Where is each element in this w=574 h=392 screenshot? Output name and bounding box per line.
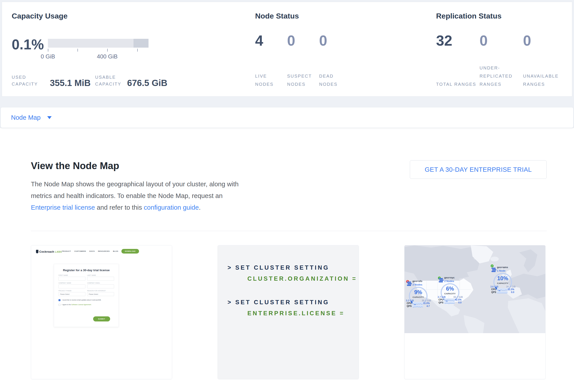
capacity-gauge-label: CAPACITY [439, 292, 461, 295]
node-status-section: Node Status 4 LIVE NODES 0 SUSPECT NODES… [255, 2, 359, 96]
usable-capacity-value: 676.5 GiB [127, 78, 167, 88]
dead-nodes-label: DEAD NODES [319, 72, 348, 88]
intro-description: The Node Map shows the geographical layo… [31, 178, 249, 213]
mini-nav-item: CUSTOMERS [74, 250, 86, 252]
qps-sparkline [444, 301, 455, 304]
step-3-caption: Step 3: Follow this guide to configure l… [405, 379, 545, 379]
mini-field-label: COMPANY NAME [59, 282, 85, 284]
mini-checkbox-checked [59, 299, 61, 301]
capacity-percent-value: 10% [492, 275, 513, 281]
cockroach-labs-logo: Cockroach LABS [36, 249, 62, 253]
dead-nodes-value: 0 [319, 33, 327, 48]
view-selector-bar: Node Map [0, 107, 574, 128]
chevron-down-icon [47, 116, 52, 119]
node-map-dropdown[interactable]: Node Map [11, 114, 52, 121]
mini-input [59, 284, 85, 288]
cluster-summary-panel: Capacity Usage 0.1% 0 GiB 400 GiB USED C… [2, 2, 572, 96]
qps-label: QPS [438, 301, 444, 304]
step-1-caption: Step 1: Get a trial license delivered st… [31, 379, 172, 379]
mini-nav-item: DOCS [89, 250, 95, 252]
cpu-label: CPU [491, 288, 497, 291]
qps-sparkline [412, 305, 423, 307]
get-enterprise-trial-button[interactable]: GET A 30-DAY ENTERPRISE TRIAL [410, 160, 547, 179]
mini-input [59, 277, 85, 281]
node-map-preview: 1 geo=sfo 2 Nodes 9% CAPACITY 3.2 GiB 35… [405, 245, 545, 379]
mini-field-label: PROJECT PHASE [59, 290, 85, 291]
mini-submit-button: SUBMIT [93, 316, 110, 321]
sql-prompt-line: > SET CLUSTER SETTING [227, 299, 329, 306]
usable-capacity-label: USABLE CAPACITY [95, 74, 130, 88]
live-nodes-value: 4 [255, 33, 263, 48]
capacity-usage-title: Capacity Usage [12, 12, 67, 20]
cockroach-icon [36, 250, 38, 253]
mini-input [87, 284, 114, 288]
capacity-total-value: 65.7 GiB [453, 296, 465, 298]
mini-select: Please Select [59, 292, 85, 296]
capacity-gauge-label: CAPACITY [408, 296, 429, 298]
capacity-bar [48, 39, 148, 48]
used-capacity-label: USED CAPACITY [12, 74, 42, 88]
cluster-summary-region: Capacity Usage 0.1% 0 GiB 400 GiB USED C… [0, 0, 574, 128]
capacity-used-value: 3.2 GiB [406, 299, 414, 302]
enterprise-trial-license-link[interactable]: Enterprise trial license [31, 204, 95, 211]
locality-name: geo=sfo [412, 280, 422, 282]
intro-text-2: and refer to this [95, 204, 144, 211]
locality-badge-ams: ✓ geo=ams 1 Node 10% CAPACITY 3.6 GiB 34… [490, 266, 537, 295]
capacity-axis-label-0: 0 GiB [35, 53, 61, 60]
step-2-card: > SET CLUSTER SETTING CLUSTER.ORGANIZATI… [218, 245, 359, 379]
sql-setting-line: ENTERPRISE.LICENSE = [247, 310, 345, 317]
suspect-nodes-label: SUSPECT NODES [287, 72, 316, 88]
mini-nav-item: PRODUCT [62, 250, 71, 252]
sql-setting-line: CLUSTER.ORGANIZATION = [247, 275, 357, 282]
cpu-sparkline [412, 302, 423, 304]
node-map-dropdown-label: Node Map [11, 114, 41, 121]
qps-value: 0.0 [511, 291, 514, 294]
mini-field-label: REASON FOR INTEREST [87, 290, 114, 291]
suspect-nodes-value: 0 [287, 33, 295, 48]
trial-license-site-thumbnail: Cockroach LABS PRODUCT CUSTOMERS DOCS RE… [31, 245, 172, 379]
page-title: View the Node Map [31, 160, 249, 171]
locality-badge-nyc: ✓ geo=nyc 2 Nodes 6% CAPACITY 3.7 GiB 65… [438, 276, 484, 305]
mini-form-title: Register for a 30-day trial license [54, 269, 119, 272]
capacity-used-value: 3.6 GiB [490, 285, 498, 288]
capacity-total-value: 35.1 GiB [422, 299, 433, 302]
logo-text: Cockroach [39, 250, 54, 253]
used-capacity-value: 355.1 MiB [50, 78, 91, 88]
mini-field-label: COMPANY EMAIL [87, 282, 114, 284]
capacity-gauge-label: CAPACITY [492, 282, 513, 284]
cpu-label: CPU [407, 302, 412, 304]
cpu-label: CPU [438, 298, 444, 301]
capacity-percent-value: 6% [439, 285, 461, 292]
under-replicated-ranges-value: 0 [480, 33, 488, 48]
qps-label: QPS [407, 305, 412, 307]
mini-nav-item: BLOG [113, 250, 118, 252]
live-nodes-label: LIVE NODES [255, 72, 284, 88]
cpu-value: 12.3% [508, 288, 514, 291]
qps-value: 0.0 [458, 301, 461, 304]
sql-prompt-line: > SET CLUSTER SETTING [227, 264, 329, 271]
mini-checkbox-label: I would like to receive email updates ab… [62, 299, 101, 301]
qps-value: 4.7 [426, 305, 430, 307]
mini-license-agreement-link: Software License Agreement. [71, 304, 91, 305]
logo-suffix: LABS [55, 251, 62, 253]
cpu-sparkline [497, 288, 508, 291]
mini-select: Please Select [87, 292, 114, 296]
capacity-usage-section: Capacity Usage 0.1% 0 GiB 400 GiB USED C… [12, 2, 175, 96]
step-1-card: Cockroach LABS PRODUCT CUSTOMERS DOCS RE… [31, 245, 172, 379]
healthy-status-icon: ✓ [490, 264, 494, 268]
cpu-value: 42.5% [455, 298, 461, 301]
total-ranges-value: 32 [436, 33, 452, 48]
qps-sparkline [497, 291, 508, 294]
locality-name: geo=ams [497, 266, 508, 269]
configuration-guide-link[interactable]: configuration guide [144, 204, 199, 211]
intro-text-3: . [199, 204, 201, 211]
qps-label: QPS [491, 291, 497, 294]
main-content: View the Node Map The Node Map shows the… [0, 128, 574, 379]
cpu-sparkline [444, 299, 455, 301]
cpu-value: 11.0% [423, 302, 430, 304]
capacity-percent-value: 9% [408, 289, 429, 296]
step-2-caption: Step 2: Activate the trial license with … [218, 379, 359, 379]
capacity-used-value: 3.7 GiB [438, 296, 446, 298]
mini-download-button: DOWNLOAD [121, 249, 139, 254]
capacity-axis-tick [48, 49, 48, 52]
